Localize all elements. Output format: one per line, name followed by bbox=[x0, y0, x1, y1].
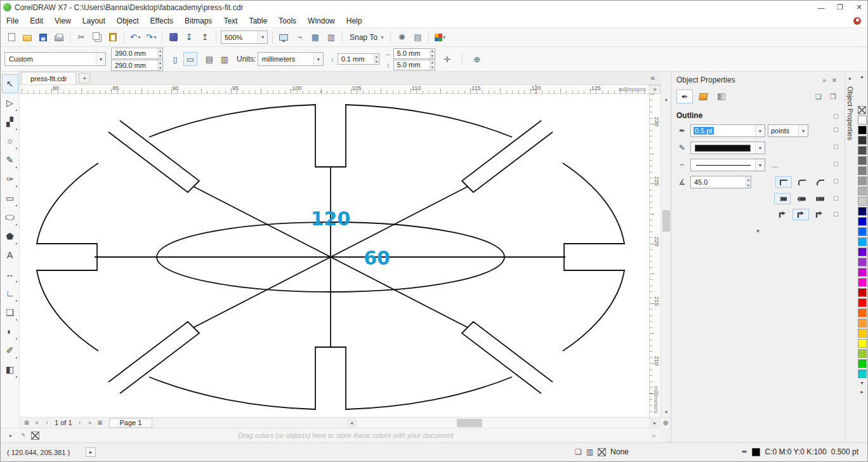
dimension-height-label[interactable]: 60 bbox=[364, 247, 390, 269]
show-grid-button[interactable]: ▦ bbox=[308, 30, 323, 45]
chevron-down-icon[interactable]: ▾ bbox=[444, 35, 446, 40]
pick-tool[interactable]: ↖ bbox=[2, 74, 18, 93]
print-document-button[interactable] bbox=[51, 30, 67, 45]
scroll-left-icon[interactable]: ◂ bbox=[347, 418, 356, 428]
chevron-down-icon[interactable]: ▾ bbox=[755, 142, 765, 154]
save-document-button[interactable] bbox=[36, 30, 51, 45]
vertical-ruler[interactable]: millimeters 230225220215210 bbox=[649, 94, 661, 417]
outline-units-combo[interactable]: points ▾ bbox=[768, 124, 808, 137]
slot-bottom-right[interactable] bbox=[462, 322, 553, 393]
polygon-tool[interactable] bbox=[2, 227, 18, 246]
slot-bottom-left[interactable] bbox=[109, 322, 199, 393]
menu-item-text[interactable]: Text bbox=[218, 14, 243, 27]
horizontal-scrollbar[interactable] bbox=[356, 418, 649, 428]
color-swatch[interactable] bbox=[858, 288, 867, 297]
palette-overflow-icon[interactable]: » bbox=[652, 432, 655, 439]
chevron-down-icon[interactable]: ▾ bbox=[96, 53, 105, 65]
butt-cap-button[interactable] bbox=[774, 193, 791, 204]
palette-scroll-up-icon[interactable]: ▴ bbox=[860, 72, 863, 81]
import-button[interactable]: ↧ bbox=[181, 30, 197, 45]
parallel-dimension-tool[interactable]: ↔ bbox=[2, 265, 18, 284]
slot-top-left[interactable] bbox=[109, 121, 199, 192]
options-button[interactable]: ✺ bbox=[394, 30, 409, 45]
scroll-down-icon[interactable]: ▾ bbox=[661, 407, 671, 417]
ellipse-tool[interactable]: ◯ bbox=[2, 208, 18, 227]
line-style-combo[interactable]: ▾ bbox=[690, 159, 765, 171]
new-document-tab-button[interactable]: + bbox=[79, 73, 90, 83]
position-outside-button[interactable] bbox=[774, 209, 791, 220]
color-link-indicator[interactable] bbox=[834, 145, 838, 149]
page-size-preset-combo[interactable]: Custom ▾ bbox=[4, 52, 106, 66]
position-centered-button[interactable] bbox=[792, 209, 809, 220]
tab-outline[interactable]: ✒ bbox=[676, 89, 693, 103]
close-document-icon[interactable]: ✕ bbox=[650, 75, 655, 82]
drop-shadow-tool[interactable]: ❑ bbox=[2, 303, 18, 322]
color-swatch[interactable] bbox=[858, 248, 867, 256]
color-swatch[interactable] bbox=[858, 298, 867, 307]
position-inside-button[interactable] bbox=[811, 209, 827, 220]
color-swatch[interactable] bbox=[858, 319, 867, 327]
undo-button[interactable]: ↶▾ bbox=[128, 30, 143, 45]
color-swatch[interactable] bbox=[858, 339, 867, 348]
rectangle-tool[interactable]: ▭ bbox=[2, 188, 18, 208]
horizontal-scroll-thumb[interactable] bbox=[457, 419, 482, 427]
vertical-scrollbar[interactable]: ▴ ▾ bbox=[661, 94, 671, 417]
previous-page-button[interactable]: ‹ bbox=[42, 418, 52, 428]
chevron-down-icon[interactable]: ▾ bbox=[755, 159, 765, 171]
color-swatch[interactable] bbox=[858, 116, 867, 124]
outer-bottom-arc[interactable] bbox=[149, 347, 512, 409]
maximize-button[interactable]: ❐ bbox=[831, 1, 850, 14]
horizontal-ruler[interactable]: millimeters 80859095100105110115120125 bbox=[20, 85, 649, 94]
chevron-down-icon[interactable]: ▾ bbox=[798, 125, 808, 136]
drawing-canvas[interactable]: 120 60 bbox=[20, 94, 649, 417]
slot-top-right[interactable] bbox=[462, 121, 553, 192]
round-cap-button[interactable] bbox=[792, 193, 809, 204]
color-swatch[interactable] bbox=[858, 197, 867, 206]
transparency-tool[interactable]: ◐ bbox=[2, 322, 18, 341]
ruler-origin-button[interactable]: ✛ bbox=[649, 85, 661, 94]
corner-link-indicator[interactable] bbox=[834, 179, 838, 183]
artistic-media-tool[interactable]: ✑ bbox=[2, 169, 18, 188]
section-link-indicator[interactable] bbox=[834, 114, 838, 119]
miter-limit-field[interactable]: 45.0 ▴▾ bbox=[690, 176, 751, 188]
color-swatch[interactable] bbox=[858, 227, 867, 236]
color-swatch[interactable] bbox=[858, 176, 867, 185]
select-options-button[interactable]: ✛ bbox=[440, 52, 454, 66]
color-swatch[interactable] bbox=[858, 308, 867, 317]
color-swatch[interactable] bbox=[858, 278, 867, 287]
new-document-button[interactable] bbox=[4, 30, 19, 45]
show-rulers-button[interactable]: ¬ bbox=[292, 30, 307, 45]
position-link-indicator[interactable] bbox=[834, 212, 838, 216]
menu-item-tools[interactable]: Tools bbox=[273, 14, 302, 27]
last-page-button[interactable]: » bbox=[85, 418, 95, 428]
color-swatch[interactable] bbox=[858, 146, 867, 155]
outline-width-combo[interactable]: 0.5 pt ▾ bbox=[690, 124, 765, 137]
docker-flyout-icon[interactable]: » bbox=[819, 77, 829, 84]
menu-item-effects[interactable]: Effects bbox=[145, 14, 179, 27]
tab-fill[interactable] bbox=[695, 89, 711, 103]
chevron-down-icon[interactable]: ▾ bbox=[755, 125, 765, 136]
document-tab[interactable]: press-fit.cdr bbox=[21, 72, 76, 84]
full-screen-preview-button[interactable] bbox=[276, 30, 291, 45]
page-width-field[interactable]: 390.0 mm ▴▾ bbox=[111, 48, 163, 59]
tab-transparency[interactable] bbox=[713, 89, 730, 103]
eyedropper-icon[interactable]: ✎ bbox=[18, 432, 29, 439]
docker-scroll-mode-button[interactable]: ❏ bbox=[812, 91, 825, 102]
menu-item-view[interactable]: View bbox=[49, 14, 77, 27]
docker-close-icon[interactable]: ✕ bbox=[829, 77, 839, 84]
docker-wrap-mode-button[interactable]: ❐ bbox=[827, 91, 839, 102]
chevron-down-icon[interactable]: ▾ bbox=[154, 35, 157, 40]
menu-item-bitmaps[interactable]: Bitmaps bbox=[179, 14, 218, 27]
color-swatch[interactable] bbox=[858, 369, 867, 378]
insert-page-button[interactable]: ⊞ bbox=[22, 418, 32, 428]
connector-tool[interactable]: ∟ bbox=[2, 284, 18, 303]
duplicate-y-spinner[interactable]: ▴▾ bbox=[430, 60, 435, 70]
color-swatch[interactable] bbox=[858, 156, 867, 165]
nudge-field[interactable]: 0.1 mm ▴▾ bbox=[338, 53, 379, 65]
color-swatch[interactable] bbox=[858, 258, 867, 267]
color-swatch[interactable] bbox=[858, 126, 867, 135]
fill-bucket-icon[interactable]: ▥ bbox=[586, 447, 593, 456]
chevron-down-icon[interactable]: ▾ bbox=[381, 35, 384, 40]
menu-item-object[interactable]: Object bbox=[111, 14, 145, 27]
color-swatch[interactable] bbox=[858, 136, 867, 145]
